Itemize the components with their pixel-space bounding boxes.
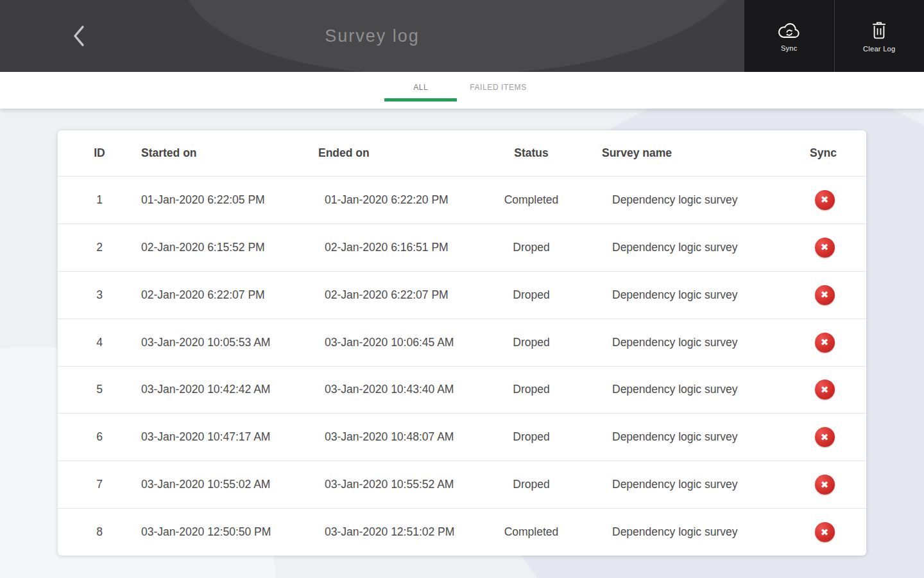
tab-all[interactable]: ALL [384, 72, 457, 109]
row-ended-on: 03-Jan-2020 10:43:40 AM [318, 383, 479, 396]
tabs: ALL FAILED ITEMS [384, 72, 540, 109]
row-ended-on: 02-Jan-2020 6:16:51 PM [318, 241, 479, 254]
cloud-sync-icon [777, 21, 801, 40]
clear-log-button[interactable]: Clear Log [834, 0, 924, 72]
row-started-on: 03-Jan-2020 10:42:42 AM [141, 383, 318, 396]
clear-log-button-label: Clear Log [863, 45, 895, 53]
row-id: 2 [58, 241, 141, 254]
table-header-row: ID Started on Ended on Status Survey nam… [58, 130, 866, 177]
row-status: Droped [479, 478, 584, 491]
sync-failed-icon[interactable]: ✖ [815, 285, 835, 305]
sync-failed-icon[interactable]: ✖ [815, 522, 835, 542]
row-id: 4 [58, 336, 141, 349]
row-id: 7 [58, 478, 141, 491]
column-header-started: Started on [141, 146, 318, 160]
table-row: 3 02-Jan-2020 6:22:07 PM 02-Jan-2020 6:2… [58, 272, 866, 319]
row-survey-name: Dependency logic survey [584, 288, 783, 302]
row-ended-on: 03-Jan-2020 10:48:07 AM [318, 430, 479, 444]
trash-icon [869, 20, 889, 40]
app-bar: Survey log Sync Clear Log [0, 0, 924, 72]
table-row: 7 03-Jan-2020 10:55:02 AM 03-Jan-2020 10… [58, 461, 866, 509]
row-ended-on: 03-Jan-2020 10:55:52 AM [318, 478, 479, 491]
sync-failed-icon[interactable]: ✖ [815, 238, 835, 258]
row-status: Completed [479, 525, 584, 539]
appbar-actions: Sync Clear Log [744, 0, 924, 72]
row-ended-on: 03-Jan-2020 10:06:45 AM [318, 336, 479, 349]
column-header-id: ID [58, 146, 141, 160]
table-row: 1 01-Jan-2020 6:22:05 PM 01-Jan-2020 6:2… [58, 177, 866, 224]
row-survey-name: Dependency logic survey [584, 525, 783, 539]
column-header-ended: Ended on [318, 146, 479, 160]
row-survey-name: Dependency logic survey [584, 241, 783, 254]
row-status: Droped [479, 383, 584, 396]
row-status: Completed [479, 193, 584, 207]
row-started-on: 01-Jan-2020 6:22:05 PM [141, 193, 318, 207]
row-survey-name: Dependency logic survey [584, 193, 783, 207]
table-row: 2 02-Jan-2020 6:15:52 PM 02-Jan-2020 6:1… [58, 224, 866, 272]
row-started-on: 02-Jan-2020 6:22:07 PM [141, 288, 318, 302]
row-survey-name: Dependency logic survey [584, 478, 783, 491]
row-status: Droped [479, 288, 584, 302]
row-started-on: 03-Jan-2020 10:47:17 AM [141, 430, 318, 444]
tab-failed-items[interactable]: FAILED ITEMS [457, 72, 540, 109]
row-started-on: 03-Jan-2020 10:55:02 AM [141, 478, 318, 491]
sync-failed-icon[interactable]: ✖ [815, 427, 835, 447]
sync-failed-icon[interactable]: ✖ [815, 475, 835, 495]
tab-bar: ALL FAILED ITEMS [0, 72, 924, 109]
sync-failed-icon[interactable]: ✖ [815, 380, 835, 399]
survey-log-table: ID Started on Ended on Status Survey nam… [58, 130, 866, 556]
row-id: 3 [58, 288, 141, 302]
row-survey-name: Dependency logic survey [584, 430, 783, 444]
column-header-status: Status [479, 146, 584, 160]
row-survey-name: Dependency logic survey [584, 336, 783, 349]
row-started-on: 02-Jan-2020 6:15:52 PM [141, 241, 318, 254]
column-header-survey: Survey name [584, 146, 783, 160]
row-ended-on: 02-Jan-2020 6:22:07 PM [318, 288, 479, 302]
sync-button[interactable]: Sync [744, 0, 834, 72]
row-status: Droped [479, 430, 584, 444]
page-title: Survey log [0, 0, 744, 72]
table-row: 4 03-Jan-2020 10:05:53 AM 03-Jan-2020 10… [58, 319, 866, 367]
column-header-sync: Sync [783, 146, 866, 160]
table-row: 5 03-Jan-2020 10:42:42 AM 03-Jan-2020 10… [58, 367, 866, 414]
row-survey-name: Dependency logic survey [584, 383, 783, 396]
row-started-on: 03-Jan-2020 12:50:50 PM [141, 525, 318, 539]
row-id: 6 [58, 430, 141, 444]
row-started-on: 03-Jan-2020 10:05:53 AM [141, 336, 318, 349]
table-row: 6 03-Jan-2020 10:47:17 AM 03-Jan-2020 10… [58, 414, 866, 461]
row-id: 8 [58, 525, 141, 539]
sync-button-label: Sync [781, 44, 798, 52]
sync-failed-icon[interactable]: ✖ [815, 333, 835, 353]
row-status: Droped [479, 241, 584, 254]
row-id: 1 [58, 193, 141, 207]
row-id: 5 [58, 383, 141, 396]
table-row: 8 03-Jan-2020 12:50:50 PM 03-Jan-2020 12… [58, 509, 866, 556]
row-ended-on: 03-Jan-2020 12:51:02 PM [318, 525, 479, 539]
sync-failed-icon[interactable]: ✖ [815, 190, 835, 210]
row-status: Droped [479, 336, 584, 349]
row-ended-on: 01-Jan-2020 6:22:20 PM [318, 193, 479, 207]
